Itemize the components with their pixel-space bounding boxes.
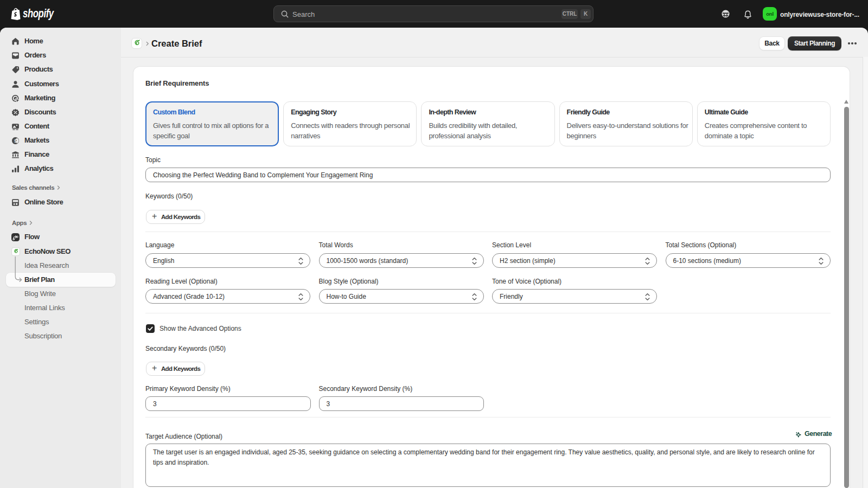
svg-text:$: $ xyxy=(14,138,17,144)
